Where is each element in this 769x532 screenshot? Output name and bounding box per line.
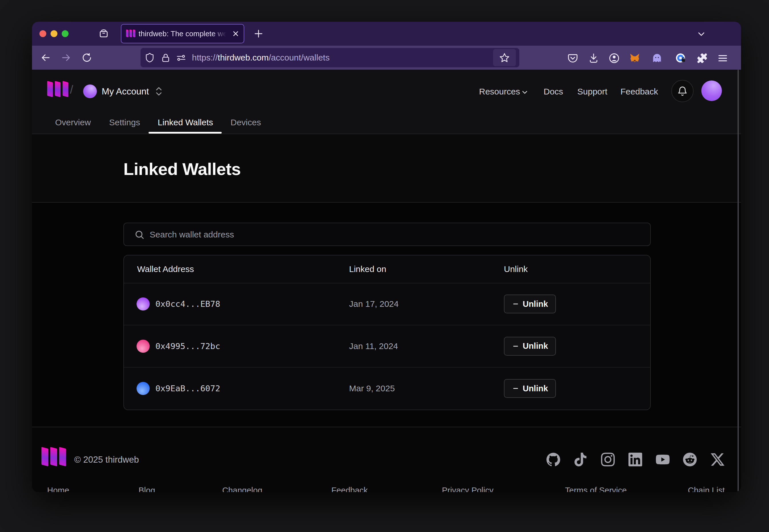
footer-link-feedback[interactable]: Feedback bbox=[331, 486, 368, 492]
downloads-icon[interactable] bbox=[588, 53, 599, 64]
unlink-button[interactable]: Unlink bbox=[504, 337, 556, 356]
extensions-puzzle-icon[interactable] bbox=[697, 53, 708, 64]
linked-on-date: Mar 9, 2025 bbox=[349, 384, 395, 393]
unlink-label: Unlink bbox=[523, 384, 548, 393]
browser-toolbar: https://thirdweb.com/account/wallets bbox=[32, 46, 741, 70]
nav-resources[interactable]: Resources bbox=[479, 87, 520, 96]
page-content: / My Account Resources Docs Support Feed… bbox=[32, 70, 741, 492]
url-path: /account/wallets bbox=[269, 53, 329, 62]
address-bar[interactable]: https://thirdweb.com/account/wallets bbox=[140, 48, 519, 67]
bookmark-star-icon[interactable] bbox=[493, 49, 516, 66]
phantom-extension-icon[interactable] bbox=[651, 53, 663, 64]
linkedin-icon[interactable] bbox=[629, 453, 642, 466]
site-header: / My Account Resources Docs Support Feed… bbox=[32, 70, 741, 134]
unlink-label: Unlink bbox=[523, 299, 548, 309]
page-scrollbar[interactable] bbox=[738, 70, 739, 492]
footer-link-home[interactable]: Home bbox=[47, 486, 69, 492]
account-avatar[interactable] bbox=[83, 84, 97, 98]
footer-link-blog[interactable]: Blog bbox=[138, 486, 155, 492]
back-icon[interactable] bbox=[40, 52, 51, 63]
zoom-window-button[interactable] bbox=[62, 30, 68, 37]
col-linked-on: Linked on bbox=[349, 264, 386, 274]
pocket-icon[interactable] bbox=[567, 53, 579, 64]
footer-link-chainlist[interactable]: Chain List bbox=[688, 486, 725, 492]
active-tab-underline bbox=[148, 132, 222, 134]
breadcrumb-separator: / bbox=[70, 83, 73, 96]
url-scheme: https:// bbox=[192, 53, 218, 62]
permissions-icon[interactable] bbox=[176, 53, 186, 63]
url-text[interactable]: https://thirdweb.com/account/wallets bbox=[192, 48, 330, 67]
page-title: Linked Wallets bbox=[123, 159, 241, 179]
tab-settings[interactable]: Settings bbox=[109, 118, 140, 127]
reddit-icon[interactable] bbox=[683, 453, 697, 466]
wallet-address: 0x0cc4...EB78 bbox=[155, 299, 220, 309]
minus-icon bbox=[512, 342, 519, 350]
table-row: 0x4995...72bc Jan 11, 2024 Unlink bbox=[124, 325, 650, 367]
menu-hamburger-icon[interactable] bbox=[717, 53, 728, 64]
wallet-search[interactable] bbox=[123, 223, 651, 246]
footer-link-changelog[interactable]: Changelog bbox=[222, 486, 262, 492]
search-input[interactable] bbox=[149, 223, 636, 246]
minus-icon bbox=[512, 385, 519, 392]
linked-on-date: Jan 17, 2024 bbox=[349, 299, 398, 309]
unlink-button[interactable]: Unlink bbox=[504, 295, 556, 313]
github-icon[interactable] bbox=[546, 453, 560, 466]
thirdweb-logo[interactable] bbox=[47, 82, 68, 96]
browser-window: thirdweb: The complete web3 d bbox=[32, 22, 741, 492]
thirdweb-footer-logo[interactable] bbox=[41, 448, 66, 465]
x-icon[interactable] bbox=[711, 453, 724, 466]
instagram-icon[interactable] bbox=[601, 453, 615, 466]
wallet-address: 0x9EaB...6072 bbox=[155, 384, 220, 393]
browser-tab[interactable]: thirdweb: The complete web3 d bbox=[121, 24, 244, 43]
user-avatar[interactable] bbox=[701, 80, 722, 101]
minimize-window-button[interactable] bbox=[51, 30, 57, 37]
tab-linked-wallets[interactable]: Linked Wallets bbox=[158, 118, 213, 127]
wallets-table: Wallet Address Linked on Unlink 0x0cc4..… bbox=[123, 255, 651, 410]
url-host: thirdweb.com bbox=[218, 53, 269, 62]
table-row: 0x9EaB...6072 Mar 9, 2025 Unlink bbox=[124, 368, 650, 410]
lock-icon[interactable] bbox=[160, 53, 171, 63]
table-row: 0x0cc4...EB78 Jan 17, 2024 Unlink bbox=[124, 283, 650, 325]
nav-docs[interactable]: Docs bbox=[543, 87, 563, 96]
tiktok-icon[interactable] bbox=[573, 453, 587, 466]
forward-icon[interactable] bbox=[60, 52, 72, 63]
wallet-avatar bbox=[136, 340, 150, 353]
nav-feedback[interactable]: Feedback bbox=[621, 87, 658, 96]
hero-section: Linked Wallets bbox=[32, 134, 741, 203]
tab-devices[interactable]: Devices bbox=[231, 118, 261, 127]
notifications-bell-button[interactable] bbox=[671, 80, 694, 102]
wallet-avatar bbox=[136, 382, 150, 395]
onepassword-extension-icon[interactable] bbox=[675, 53, 687, 64]
copyright-text: © 2025 thirdweb bbox=[74, 455, 139, 465]
tab-close-icon[interactable] bbox=[231, 29, 240, 38]
col-wallet-address: Wallet Address bbox=[137, 264, 194, 274]
search-icon bbox=[134, 229, 144, 240]
reload-icon[interactable] bbox=[81, 52, 92, 63]
footer-link-privacy[interactable]: Privacy Policy bbox=[442, 486, 494, 492]
minus-icon bbox=[512, 300, 519, 308]
youtube-icon[interactable] bbox=[656, 453, 670, 466]
unlink-label: Unlink bbox=[523, 341, 548, 351]
tab-title: thirdweb: The complete web3 d bbox=[138, 25, 227, 43]
unlink-button[interactable]: Unlink bbox=[504, 379, 556, 398]
bell-icon bbox=[677, 86, 688, 96]
site-footer: © 2025 thirdweb Home Blog bbox=[32, 427, 741, 492]
new-tab-icon[interactable] bbox=[253, 28, 264, 39]
footer-link-terms[interactable]: Terms of Service bbox=[565, 486, 627, 492]
browser-tab-bar: thirdweb: The complete web3 d bbox=[32, 22, 741, 46]
firefox-view-icon[interactable] bbox=[98, 28, 109, 39]
account-switcher[interactable]: My Account bbox=[102, 86, 149, 97]
close-window-button[interactable] bbox=[39, 30, 46, 37]
account-icon[interactable] bbox=[609, 53, 620, 64]
metamask-extension-icon[interactable] bbox=[629, 53, 641, 64]
col-unlink: Unlink bbox=[504, 264, 527, 274]
tracking-protection-shield-icon[interactable] bbox=[144, 53, 155, 63]
list-all-tabs-icon[interactable] bbox=[696, 29, 707, 40]
resources-chevron-icon[interactable] bbox=[521, 88, 528, 96]
thirdweb-favicon bbox=[126, 30, 135, 37]
table-header-row: Wallet Address Linked on Unlink bbox=[124, 255, 650, 283]
tab-overview[interactable]: Overview bbox=[55, 118, 91, 127]
linked-on-date: Jan 11, 2024 bbox=[349, 341, 398, 351]
account-select-chevrons-icon[interactable] bbox=[154, 86, 163, 96]
nav-support[interactable]: Support bbox=[577, 87, 607, 96]
